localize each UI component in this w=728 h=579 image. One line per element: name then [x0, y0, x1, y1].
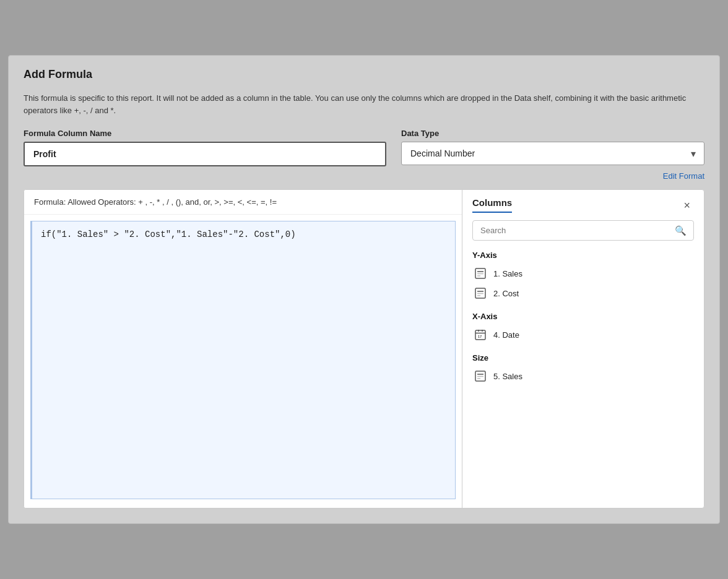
edit-format-link[interactable]: Edit Format — [663, 171, 704, 181]
column-item-2-cost[interactable]: 2. Cost — [472, 283, 694, 303]
column-item-1-sales-label: 1. Sales — [493, 269, 522, 278]
axis-group-xaxis: X-Axis 17 4. Date — [472, 312, 694, 345]
dialog-title: Add Formula — [24, 68, 704, 81]
column-item-1-sales[interactable]: 1. Sales — [472, 264, 694, 283]
search-input[interactable] — [472, 220, 694, 241]
column-item-5-sales[interactable]: 5. Sales — [472, 366, 694, 386]
column-item-2-cost-label: 2. Cost — [493, 289, 519, 298]
columns-panel: Columns × 🔍 Y-Axis — [462, 190, 704, 508]
close-button[interactable]: × — [680, 199, 694, 212]
data-type-select[interactable]: Decimal Number Integer Text Date — [401, 142, 704, 165]
add-formula-dialog: Add Formula This formula is specific to … — [8, 55, 720, 524]
formula-editor-wrap: if("1. Sales" > "2. Cost","1. Sales"-"2.… — [24, 215, 462, 508]
date-icon-4-date: 17 — [474, 328, 487, 341]
axis-label-size: Size — [472, 353, 694, 362]
axis-group-yaxis: Y-Axis 1. Sales — [472, 251, 694, 303]
formula-editor[interactable]: if("1. Sales" > "2. Cost","1. Sales"-"2.… — [30, 221, 456, 499]
svg-text:17: 17 — [478, 335, 482, 338]
search-box-wrap: 🔍 — [462, 213, 704, 246]
numeric-icon-5-sales — [474, 369, 487, 383]
formula-column-name-group: Formula Column Name — [24, 129, 386, 166]
search-wrap: 🔍 — [472, 220, 694, 241]
column-item-4-date-label: 4. Date — [493, 330, 519, 340]
formula-panel: Formula: Allowed Operators: + , -, * , /… — [24, 189, 704, 508]
formula-allowed-operators: Formula: Allowed Operators: + , -, * , /… — [24, 190, 462, 215]
axis-label-xaxis: X-Axis — [472, 312, 694, 321]
formula-column-name-input[interactable] — [24, 142, 386, 166]
data-type-label: Data Type — [401, 129, 704, 138]
axis-label-yaxis: Y-Axis — [472, 251, 694, 260]
description-text: This formula is specific to this report.… — [24, 92, 704, 116]
columns-panel-header: Columns × — [462, 190, 704, 213]
formula-column-name-label: Formula Column Name — [24, 129, 386, 138]
data-type-select-wrapper: Decimal Number Integer Text Date — [401, 142, 704, 165]
data-type-group: Data Type Decimal Number Integer Text Da… — [401, 129, 704, 183]
formula-left-panel: Formula: Allowed Operators: + , -, * , /… — [24, 190, 462, 508]
column-item-4-date[interactable]: 17 4. Date — [472, 325, 694, 345]
columns-panel-title: Columns — [472, 197, 512, 213]
column-item-5-sales-label: 5. Sales — [493, 372, 522, 381]
axis-group-size: Size 5. Sales — [472, 353, 694, 386]
numeric-icon-1-sales — [474, 267, 487, 280]
form-row: Formula Column Name Data Type Decimal Nu… — [24, 129, 704, 183]
columns-list: Y-Axis 1. Sales — [462, 246, 704, 400]
numeric-icon-2-cost — [474, 286, 487, 300]
